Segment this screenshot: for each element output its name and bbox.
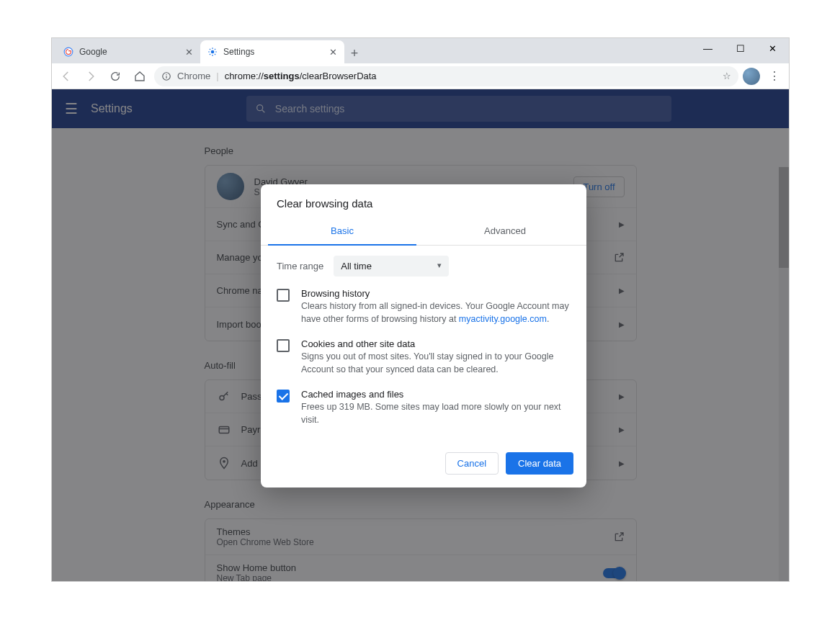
clear-data-button[interactable]: Clear data	[506, 452, 573, 475]
myactivity-link[interactable]: myactivity.google.com	[459, 314, 547, 324]
forward-button[interactable]	[81, 66, 101, 86]
tab-title: Settings	[223, 47, 254, 57]
kebab-menu-icon[interactable]: ⋮	[764, 66, 785, 86]
window-controls: — ☐ ✕	[692, 38, 789, 58]
reload-button[interactable]	[105, 66, 125, 86]
omnibox-url: chrome://settings/clearBrowserData	[225, 71, 377, 81]
option-cookies: Cookies and other site data Signs you ou…	[277, 338, 571, 376]
gear-favicon-icon	[207, 47, 218, 57]
option-browsing-history: Browsing history Clears history from all…	[277, 288, 571, 325]
omnibox-prefix: Chrome	[177, 71, 210, 81]
svg-point-1	[211, 50, 215, 54]
back-button[interactable]	[56, 66, 76, 86]
minimize-button[interactable]: —	[692, 38, 724, 58]
dialog-title: Clear browsing data	[261, 184, 586, 217]
bookmark-star-icon[interactable]: ☆	[723, 71, 731, 81]
browser-window: Google ✕ Settings ✕ + — ☐ ✕	[51, 37, 790, 582]
browser-toolbar: Chrome | chrome://settings/clearBrowserD…	[52, 63, 789, 89]
svg-rect-4	[166, 76, 166, 78]
time-range-label: Time range	[277, 261, 323, 271]
address-bar[interactable]: Chrome | chrome://settings/clearBrowserD…	[154, 66, 738, 86]
clear-browsing-data-dialog: Clear browsing data Basic Advanced Time …	[261, 184, 586, 488]
svg-point-3	[166, 73, 166, 74]
new-tab-button[interactable]: +	[344, 43, 365, 63]
option-description: Signs you out of most sites. You'll stay…	[301, 351, 571, 376]
titlebar: Google ✕ Settings ✕ + — ☐ ✕	[52, 38, 789, 63]
option-title: Cached images and files	[301, 389, 571, 400]
option-title: Browsing history	[301, 288, 571, 299]
google-favicon-icon	[63, 47, 73, 57]
maximize-button[interactable]: ☐	[724, 38, 756, 58]
close-icon[interactable]: ✕	[329, 47, 337, 58]
tab-advanced[interactable]: Advanced	[424, 217, 586, 245]
option-description: Clears history from all signed-in device…	[301, 300, 571, 325]
checkbox[interactable]	[277, 339, 290, 352]
option-cached: Cached images and files Frees up 319 MB.…	[277, 389, 571, 426]
home-button[interactable]	[130, 66, 150, 86]
checkbox[interactable]	[277, 289, 290, 302]
option-title: Cookies and other site data	[301, 338, 571, 349]
tab-title: Google	[79, 47, 107, 57]
close-icon[interactable]: ✕	[185, 47, 193, 58]
site-info-icon[interactable]	[161, 71, 171, 81]
cancel-button[interactable]: Cancel	[445, 452, 499, 475]
time-range-select[interactable]: All time	[334, 256, 449, 277]
tab-google[interactable]: Google ✕	[56, 40, 200, 63]
option-description: Frees up 319 MB. Some sites may load mor…	[301, 401, 571, 426]
tab-settings[interactable]: Settings ✕	[200, 40, 344, 63]
profile-avatar-icon[interactable]	[743, 68, 760, 85]
tab-basic[interactable]: Basic	[261, 217, 424, 245]
checkbox[interactable]	[277, 390, 290, 403]
close-window-button[interactable]: ✕	[756, 38, 789, 58]
